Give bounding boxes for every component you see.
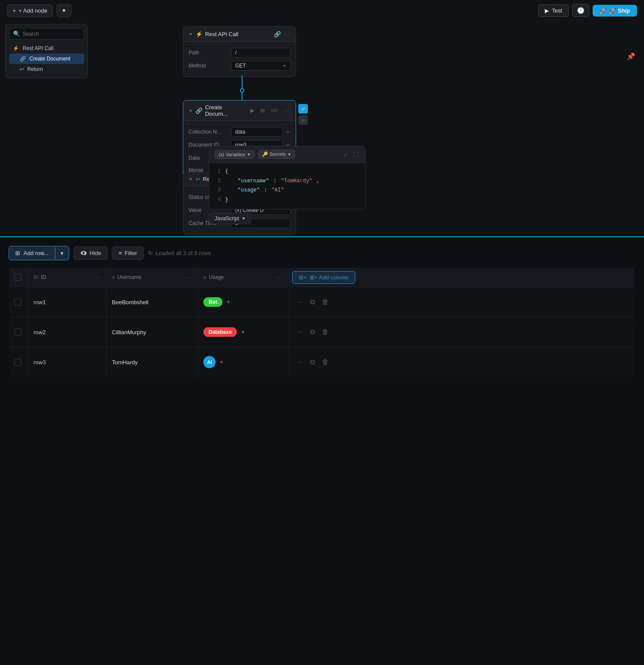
top-toolbar: + + Add node ✦ ▶ Test 🕐 🚀 🚀 Ship [0,0,644,21]
variables-button[interactable]: (x) Variables ▼ [215,150,255,159]
row2-checkbox[interactable] [14,329,21,336]
pin-icon[interactable]: 📌 [627,52,635,60]
run-button[interactable]: ▶ [249,107,256,114]
secrets-button[interactable]: 🔑 Secrets ▼ [258,150,295,159]
usage-col-menu-icon[interactable]: ··· [276,274,284,281]
row3-copy-icon[interactable]: ⧉ [308,356,317,368]
add-node-button[interactable]: + + Add node [7,4,53,17]
row2-usage-badge[interactable]: Database [203,327,237,337]
sidebar-item-label: Create Document [30,56,71,62]
code-panel-actions: ⤢ ⛶ [342,151,360,158]
td-usage-row1: Bot ▼ [198,287,290,317]
code-line-4: 4 } [214,195,361,205]
code-line-3: 3 "usage" : "AI" [214,186,361,195]
add-row-main[interactable]: ⊞ Add row... [9,246,55,260]
id-col-menu-icon[interactable]: ··· [93,274,101,281]
data-table: ID ID ··· ≡ Username ··· ≡ Usage [9,267,635,377]
method-select[interactable]: GET ▼ [231,61,290,71]
id-col-icon: ID [34,275,38,280]
row1-delete-icon[interactable]: 🗑 [320,296,330,308]
sidebar-search-container[interactable]: 🔍 [9,28,84,40]
test-button[interactable]: ▶ Test [538,4,569,17]
code-button[interactable]: </> [269,107,280,114]
node-title-create-doc: Create Docum... [205,104,246,117]
create-doc-icon: 🔗 [196,107,202,114]
row3-usage-dropdown[interactable]: ▼ [219,359,224,365]
td-checkbox-row2 [9,317,28,347]
more-button[interactable]: ··· [283,107,290,114]
fullscreen-icon[interactable]: ⛶ [351,151,360,158]
collapse-chevron-icon[interactable]: ▼ [189,177,193,181]
add-row-button[interactable]: ⊞ Add row... ▼ [9,246,69,260]
row1-usage-dropdown[interactable]: ▼ [226,299,231,305]
table-row: row2 CillianMurphy Database ▼ ·· [9,317,635,347]
username-col-label: Username [117,274,141,280]
add-row-chevron[interactable]: ▼ [55,247,69,259]
row1-checkbox[interactable] [14,299,21,306]
link-icon[interactable]: 🔗 [274,31,281,37]
hide-icon: 👁‍🗨 [80,250,87,256]
td-id-row3: row3 [28,347,107,377]
row2-copy-icon[interactable]: ⧉ [308,326,317,338]
hide-button[interactable]: 👁‍🗨 Hide [74,246,108,260]
code-editor-panel: (x) Variables ▼ 🔑 Secrets ▼ ⤢ ⛶ 1 { [209,146,366,209]
row2-id: row2 [34,329,46,336]
grid-button[interactable]: ⊞ [259,107,266,114]
collection-edit-icon[interactable]: ✏ [286,129,290,135]
usage-col-icon: ≡ [203,275,206,280]
select-all-checkbox[interactable] [14,274,21,281]
hide-label: Hide [90,250,101,256]
add-column-button[interactable]: ⊞+ ⊞+ Add column [292,271,355,284]
language-dropdown[interactable]: JavaScript ▼ [209,213,251,224]
path-value[interactable]: / [231,48,290,57]
collapse-chevron-icon[interactable]: ▼ [189,108,193,113]
filter-button[interactable]: ≡ Filter [112,246,143,260]
more-icon[interactable]: ··· [283,30,290,38]
row2-usage-dropdown[interactable]: ▼ [240,329,245,335]
secondary-button[interactable]: ○ [298,115,308,125]
th-checkbox [9,268,28,287]
sidebar-item-return[interactable]: :: ↩ Return [9,64,84,74]
node-sidebar: 🔍 ⚡ Rest API Call :: 🔗 Create Document :… [5,24,88,78]
test-label: Test [552,7,562,14]
td-username-row3: TomHardy [107,347,198,377]
filter-label: Filter [125,250,137,256]
sidebar-item-create-document[interactable]: :: 🔗 Create Document [9,54,84,64]
wand-button[interactable]: ✦ [57,4,71,17]
node-header-create-doc: ▼ 🔗 Create Docum... ▶ ⊞ </> ··· [183,101,296,121]
row1-more-icon[interactable]: ··· [296,296,305,308]
row1-usage-badge[interactable]: Bot [203,297,223,307]
row2-more-icon[interactable]: ··· [296,326,305,338]
history-button[interactable]: 🕐 [572,4,589,17]
usage-col-label: Usage [209,274,224,280]
row3-checkbox[interactable] [14,359,21,366]
rest-api-icon: ⚡ [196,31,202,37]
lang-chevron-icon: ▼ [242,216,246,221]
row1-copy-icon[interactable]: ⧉ [308,296,317,308]
method-label: Method [189,63,228,69]
ship-button[interactable]: 🚀 🚀 Ship [593,5,637,17]
row3-usage-badge[interactable]: AI [203,356,216,368]
collapse-chevron-icon[interactable]: ▼ [189,32,193,37]
return-icon: ↩ [196,176,200,182]
expand-button[interactable]: ⤢ [298,104,308,114]
collection-label: Collection N... [189,129,228,135]
row2-actions: ··· ⧉ 🗑 [290,326,635,338]
table-row: row1 BeeBombshell Bot ▼ ··· [9,287,635,317]
collection-value[interactable]: data [231,127,283,137]
table-icon: ⊞ [15,250,20,256]
filter-icon: ≡ [118,250,122,256]
sidebar-item-rest-api[interactable]: ⚡ Rest API Call [9,43,84,54]
table-body: row1 BeeBombshell Bot ▼ ··· [9,287,635,377]
row2-delete-icon[interactable]: 🗑 [320,326,330,338]
flow-editor: + + Add node ✦ ▶ Test 🕐 🚀 🚀 Ship 🔍 [0,0,644,237]
row3-more-icon[interactable]: ··· [296,356,305,368]
row3-delete-icon[interactable]: 🗑 [320,356,330,368]
play-icon: ▶ [545,7,549,14]
search-icon: 🔍 [13,30,20,37]
expand-editor-icon[interactable]: ⤢ [342,151,350,158]
td-actions-row3: ··· ⧉ 🗑 [290,347,635,377]
search-input[interactable] [23,31,80,37]
add-row-label: Add row... [24,250,49,256]
username-col-menu-icon[interactable]: ··· [185,274,192,281]
